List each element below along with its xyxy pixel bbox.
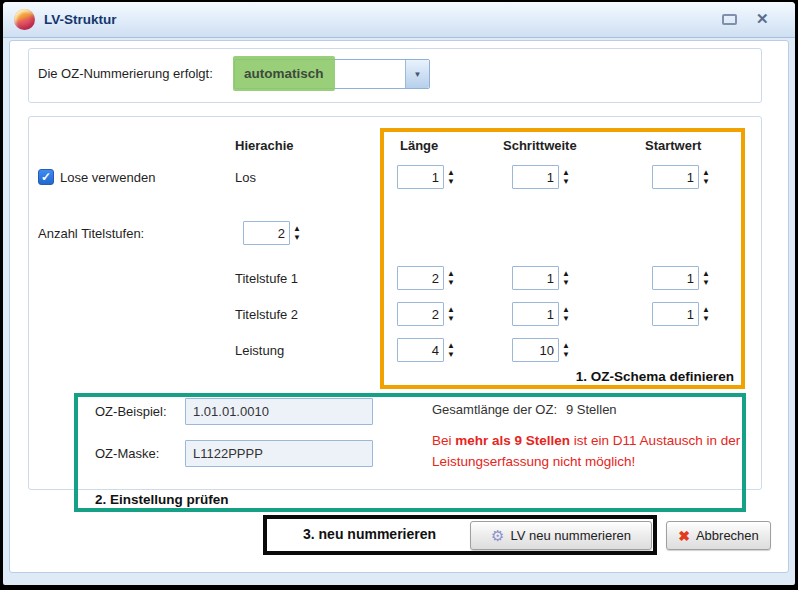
- spinner-up-icon[interactable]: ▲: [293, 224, 301, 233]
- spinner-down-icon[interactable]: ▼: [562, 278, 570, 287]
- warning-bold: mehr als 9 Stellen: [455, 433, 570, 448]
- lose-verwenden-checkbox[interactable]: ✓: [38, 169, 54, 185]
- gears-icon: ⚙: [491, 528, 504, 543]
- abbrechen-label: Abbrechen: [696, 528, 759, 543]
- los-startwert-input[interactable]: 1: [652, 165, 699, 189]
- spinner-up-icon[interactable]: ▲: [702, 305, 710, 314]
- titelstufe1-laenge-input[interactable]: 2: [397, 266, 444, 290]
- oz-maske-label: OZ-Maske:: [95, 446, 159, 461]
- header-hierarchy: Hierachie: [235, 138, 294, 153]
- titlebar: LV-Struktur ✕: [3, 2, 795, 38]
- lose-verwenden-label: Lose verwenden: [60, 170, 155, 185]
- lv-neu-nummerieren-button[interactable]: ⚙ LV neu nummerieren: [470, 521, 652, 550]
- spinner-down-icon[interactable]: ▼: [562, 177, 570, 186]
- row-label-titelstufe-2: Titelstufe 2: [235, 307, 298, 322]
- oz-beispiel-field: 1.01.01.0010: [185, 398, 373, 425]
- close-window-button[interactable]: ✕: [756, 10, 769, 28]
- los-laenge-input[interactable]: 1: [397, 165, 444, 189]
- titelstufe1-laenge-spinner[interactable]: 2 ▲▼: [397, 266, 455, 290]
- header-step: Schrittweite: [503, 138, 577, 153]
- gesamtlaenge-text: Gesamtlänge der OZ:9 Stellen: [432, 402, 617, 417]
- spinner-down-icon[interactable]: ▼: [447, 314, 455, 323]
- gesamtlaenge-label: Gesamtlänge der OZ:: [432, 402, 557, 417]
- titelstufe2-schrittweite-spinner[interactable]: 1 ▲▼: [512, 302, 570, 326]
- abbrechen-button[interactable]: ✖ Abbrechen: [666, 521, 771, 550]
- oz-beispiel-label: OZ-Beispiel:: [95, 404, 167, 419]
- spinner-up-icon[interactable]: ▲: [562, 269, 570, 278]
- spinner-down-icon[interactable]: ▼: [702, 177, 710, 186]
- spinner-down-icon[interactable]: ▼: [562, 350, 570, 359]
- titelstufe2-laenge-input[interactable]: 2: [397, 302, 444, 326]
- titelstufe1-schrittweite-spinner[interactable]: 1 ▲▼: [512, 266, 570, 290]
- titelstufe2-laenge-spinner[interactable]: 2 ▲▼: [397, 302, 455, 326]
- leistung-laenge-spinner[interactable]: 4 ▲▼: [397, 338, 455, 362]
- spinner-up-icon[interactable]: ▲: [447, 341, 455, 350]
- leistung-laenge-input[interactable]: 4: [397, 338, 444, 362]
- leistung-schrittweite-input[interactable]: 10: [512, 338, 559, 362]
- spinner-up-icon[interactable]: ▲: [562, 168, 570, 177]
- restore-window-button[interactable]: [722, 14, 737, 25]
- oz-numbering-value: automatisch: [244, 66, 324, 81]
- los-schrittweite-spinner[interactable]: 1 ▲▼: [512, 165, 570, 189]
- titelstufe1-startwert-input[interactable]: 1: [652, 266, 699, 290]
- header-start: Startwert: [645, 138, 701, 153]
- spinner-down-icon[interactable]: ▼: [702, 314, 710, 323]
- checkmark-icon: ✓: [41, 171, 51, 183]
- titelstufe1-startwert-spinner[interactable]: 1 ▲▼: [652, 266, 710, 290]
- titelstufe1-schrittweite-input[interactable]: 1: [512, 266, 559, 290]
- spinner-up-icon[interactable]: ▲: [562, 341, 570, 350]
- titelstufe2-startwert-spinner[interactable]: 1 ▲▼: [652, 302, 710, 326]
- los-schrittweite-input[interactable]: 1: [512, 165, 559, 189]
- spinner-up-icon[interactable]: ▲: [447, 269, 455, 278]
- los-laenge-spinner[interactable]: 1 ▲▼: [397, 165, 455, 189]
- warning-text: Bei mehr als 9 Stellen ist ein D11 Austa…: [432, 430, 777, 472]
- chevron-down-icon: ▼: [414, 70, 422, 79]
- spinner-down-icon[interactable]: ▼: [447, 350, 455, 359]
- titelstufe2-schrittweite-input[interactable]: 1: [512, 302, 559, 326]
- dialog-stage: LV-Struktur ✕ Die OZ-Nummerierung erfolg…: [0, 0, 798, 590]
- titelstufe2-startwert-input[interactable]: 1: [652, 302, 699, 326]
- spinner-up-icon[interactable]: ▲: [702, 168, 710, 177]
- spinner-down-icon[interactable]: ▼: [562, 314, 570, 323]
- gesamtlaenge-value: 9 Stellen: [566, 402, 617, 417]
- cancel-x-icon: ✖: [678, 529, 690, 543]
- anzahl-titelstufen-label: Anzahl Titelstufen:: [38, 226, 144, 241]
- anzahl-titelstufen-spinner[interactable]: 2 ▲▼: [243, 221, 301, 245]
- lv-neu-nummerieren-label: LV neu nummerieren: [511, 528, 631, 543]
- spinner-up-icon[interactable]: ▲: [447, 168, 455, 177]
- spinner-up-icon[interactable]: ▲: [562, 305, 570, 314]
- numbering-label: Die OZ-Nummerierung erfolgt:: [38, 66, 213, 81]
- spinner-down-icon[interactable]: ▼: [447, 278, 455, 287]
- screenshot-root: LV-Struktur ✕ Die OZ-Nummerierung erfolg…: [0, 0, 798, 590]
- row-label-leistung: Leistung: [235, 343, 284, 358]
- spinner-down-icon[interactable]: ▼: [293, 233, 301, 242]
- row-label-los: Los: [235, 170, 256, 185]
- row-label-titelstufe-1: Titelstufe 1: [235, 271, 298, 286]
- header-length: Länge: [400, 138, 438, 153]
- anzahl-titelstufen-input[interactable]: 2: [243, 221, 290, 245]
- warning-prefix: Bei: [432, 433, 455, 448]
- oz-maske-field: L1122PPPP: [185, 440, 373, 467]
- leistung-schrittweite-spinner[interactable]: 10 ▲▼: [512, 338, 570, 362]
- spinner-down-icon[interactable]: ▼: [702, 278, 710, 287]
- spinner-up-icon[interactable]: ▲: [447, 305, 455, 314]
- window-title: LV-Struktur: [44, 12, 117, 27]
- app-logo-icon: [14, 9, 35, 30]
- spinner-down-icon[interactable]: ▼: [447, 177, 455, 186]
- dropdown-button[interactable]: ▼: [405, 60, 429, 88]
- los-startwert-spinner[interactable]: 1 ▲▼: [652, 165, 710, 189]
- spinner-up-icon[interactable]: ▲: [702, 269, 710, 278]
